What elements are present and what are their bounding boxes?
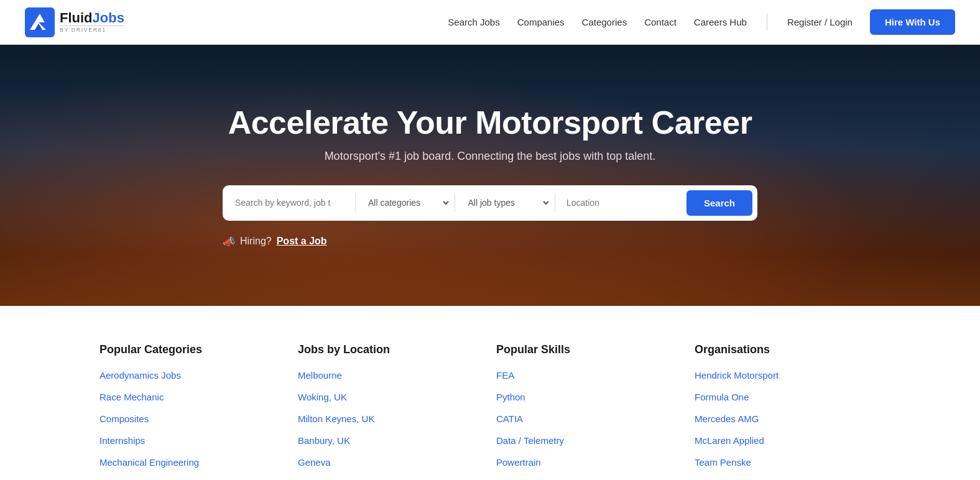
loc-link-geneva[interactable]: Geneva	[298, 456, 484, 469]
cat-link-mechanical-engineering[interactable]: Mechanical Engineering	[99, 456, 285, 469]
skill-link-python[interactable]: Python	[496, 390, 682, 404]
nav-divider	[767, 14, 767, 31]
jobs-by-location-heading: Jobs by Location	[298, 343, 484, 356]
categories-select[interactable]: All categories	[359, 192, 451, 213]
logo-icon	[25, 7, 55, 37]
search-bar: All categories All job types Search	[223, 185, 757, 221]
skill-link-catia[interactable]: CATIA	[496, 412, 682, 425]
cat-link-internships[interactable]: Internships	[99, 434, 285, 447]
main-nav: Search Jobs Companies Categories Contact…	[448, 9, 955, 35]
nav-categories[interactable]: Categories	[582, 17, 627, 27]
nav-search-jobs[interactable]: Search Jobs	[448, 17, 499, 27]
hero-section: Accelerate Your Motorsport Career Motors…	[0, 45, 980, 306]
cat-link-formula-one[interactable]: Formula One	[99, 478, 285, 480]
skill-link-powertrain[interactable]: Powertrain	[496, 456, 682, 469]
loc-link-milton-keynes[interactable]: Milton Keynes, UK	[298, 412, 484, 425]
nav-careers-hub[interactable]: Careers Hub	[694, 17, 747, 27]
post-job-link[interactable]: Post a Job	[277, 236, 327, 247]
organisations-heading: Organisations	[695, 343, 881, 356]
search-keyword-input[interactable]	[228, 193, 351, 213]
job-types-select[interactable]: All job types	[459, 192, 550, 213]
org-link-formula-one[interactable]: Formula One	[695, 390, 881, 404]
jobs-by-location-column: Jobs by Location Melbourne Woking, UK Mi…	[298, 343, 484, 480]
hiring-cta: 📣 Hiring? Post a Job	[223, 236, 757, 247]
divider-3	[555, 193, 555, 212]
register-login-link[interactable]: Register / Login	[787, 17, 853, 27]
popular-skills-column: Popular Skills FEA Python CATIA Data / T…	[496, 343, 682, 480]
popular-categories-heading: Popular Categories	[99, 343, 285, 356]
loc-link-indianapolis[interactable]: Indianapolis	[298, 478, 484, 480]
cat-link-aerodynamics[interactable]: Aerodynamics Jobs	[99, 369, 285, 382]
search-button[interactable]: Search	[686, 190, 752, 216]
divider-1	[355, 193, 356, 212]
skill-link-fea[interactable]: FEA	[496, 369, 682, 382]
popular-skills-heading: Popular Skills	[496, 343, 682, 356]
hero-subtitle: Motorsport's #1 job board. Connecting th…	[223, 150, 757, 163]
logo-fluid-text: Fluid	[60, 10, 93, 25]
header: FluidJobs BY DRIVER61 Search Jobs Compan…	[0, 0, 980, 45]
hero-title: Accelerate Your Motorsport Career	[223, 104, 757, 141]
skill-link-data-telemetry[interactable]: Data / Telemetry	[496, 434, 682, 447]
hire-with-us-button[interactable]: Hire With Us	[870, 9, 955, 35]
org-link-hendrick[interactable]: Hendrick Motorsport	[695, 369, 881, 382]
org-link-red-bull[interactable]: Red Bull Racing	[695, 478, 881, 480]
nav-contact[interactable]: Contact	[644, 17, 677, 27]
logo[interactable]: FluidJobs BY DRIVER61	[25, 7, 124, 37]
hero-content: Accelerate Your Motorsport Career Motors…	[223, 104, 757, 247]
organisations-column: Organisations Hendrick Motorsport Formul…	[695, 343, 881, 480]
divider-2	[455, 193, 455, 212]
location-input[interactable]	[559, 193, 683, 213]
loc-link-woking[interactable]: Woking, UK	[298, 390, 484, 404]
nav-companies[interactable]: Companies	[517, 17, 565, 27]
skill-link-cfd[interactable]: CFD	[496, 478, 682, 480]
popular-categories-column: Popular Categories Aerodynamics Jobs Rac…	[99, 343, 285, 480]
loc-link-melbourne[interactable]: Melbourne	[298, 369, 484, 382]
org-link-team-penske[interactable]: Team Penske	[695, 456, 881, 469]
logo-jobs-text: Jobs	[93, 10, 124, 25]
cat-link-race-mechanic[interactable]: Race Mechanic	[99, 390, 285, 404]
logo-byline: BY DRIVER61	[60, 25, 124, 34]
logo-text: FluidJobs BY DRIVER61	[60, 11, 124, 34]
hiring-text: Hiring?	[240, 236, 272, 247]
org-link-mercedes-amg[interactable]: Mercedes AMG	[695, 412, 881, 425]
megaphone-icon: 📣	[223, 236, 235, 247]
links-section: Popular Categories Aerodynamics Jobs Rac…	[0, 306, 980, 480]
loc-link-banbury[interactable]: Banbury, UK	[298, 434, 484, 447]
cat-link-composites[interactable]: Composites	[99, 412, 285, 425]
org-link-mclaren[interactable]: McLaren Applied	[695, 434, 881, 447]
